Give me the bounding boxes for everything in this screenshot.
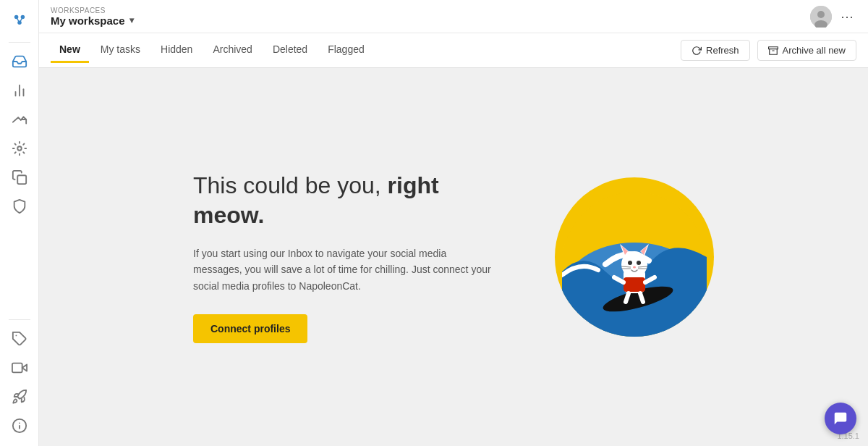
- bar-chart-icon[interactable]: [7, 77, 33, 104]
- empty-body-text: If you start using our Inbox to navigate…: [193, 245, 497, 294]
- svg-point-1: [20, 15, 25, 20]
- chat-bubble-button[interactable]: [825, 403, 856, 434]
- line-chart-icon[interactable]: [7, 106, 33, 132]
- svg-line-38: [626, 293, 629, 302]
- svg-point-35: [633, 266, 636, 268]
- content-area: This could be you, right meow. If you st…: [39, 68, 868, 446]
- inbox-icon[interactable]: [7, 49, 33, 75]
- empty-heading-part1: This could be you,: [193, 172, 388, 198]
- svg-point-15: [817, 11, 825, 18]
- sidebar-divider-top: [9, 42, 30, 43]
- svg-point-6: [17, 146, 22, 151]
- main-area: WORKSPACES My workspace ▾ ⋯ New My tasks…: [39, 0, 868, 446]
- publish-icon[interactable]: [7, 164, 33, 190]
- svg-point-24: [621, 251, 647, 277]
- tab-archived[interactable]: Archived: [204, 38, 260, 63]
- info-icon[interactable]: [7, 413, 33, 439]
- tag-icon[interactable]: [7, 326, 33, 352]
- empty-heading: This could be you, right meow.: [193, 171, 497, 231]
- tab-hidden[interactable]: Hidden: [152, 38, 201, 63]
- tab-deleted[interactable]: Deleted: [264, 38, 316, 63]
- svg-rect-7: [17, 175, 26, 184]
- tab-new[interactable]: New: [51, 38, 89, 63]
- refresh-button[interactable]: Refresh: [681, 40, 750, 61]
- automation-icon[interactable]: [7, 135, 33, 161]
- svg-rect-10: [12, 363, 22, 373]
- workspace-label: WORKSPACES: [51, 7, 810, 14]
- svg-line-39: [640, 293, 643, 302]
- archive-label: Archive all new: [783, 45, 846, 56]
- svg-point-30: [637, 261, 641, 265]
- empty-state: This could be you, right meow. If you st…: [128, 142, 779, 372]
- archive-icon: [768, 46, 778, 56]
- workspace-name: My workspace ▾: [51, 14, 810, 27]
- moderation-icon[interactable]: [7, 193, 33, 219]
- workspace-info: WORKSPACES My workspace ▾: [51, 7, 810, 27]
- header-right: ⋯: [810, 6, 856, 28]
- rocket-icon[interactable]: [7, 384, 33, 410]
- refresh-label: Refresh: [706, 45, 739, 56]
- svg-rect-17: [768, 46, 778, 49]
- svg-point-29: [628, 261, 632, 265]
- sidebar-divider-bottom: [9, 319, 30, 320]
- header: WORKSPACES My workspace ▾ ⋯: [39, 0, 868, 33]
- workspace-chevron-icon[interactable]: ▾: [129, 15, 134, 25]
- header-more-icon[interactable]: ⋯: [838, 6, 856, 28]
- svg-rect-23: [624, 277, 645, 292]
- cat-surfer-illustration: [555, 177, 714, 337]
- svg-marker-9: [22, 364, 26, 371]
- connect-profiles-button[interactable]: Connect profiles: [193, 314, 307, 343]
- refresh-icon: [692, 46, 702, 56]
- logo[interactable]: [7, 7, 33, 33]
- tabs-bar: New My tasks Hidden Archived Deleted Fla…: [39, 33, 868, 68]
- tab-flagged[interactable]: Flagged: [319, 38, 373, 63]
- tab-my-tasks[interactable]: My tasks: [92, 38, 149, 63]
- sidebar: [0, 0, 39, 446]
- video-icon[interactable]: [7, 355, 33, 381]
- chat-icon: [833, 411, 848, 426]
- archive-all-button[interactable]: Archive all new: [757, 40, 856, 61]
- workspace-name-text: My workspace: [51, 14, 125, 27]
- empty-state-text: This could be you, right meow. If you st…: [193, 171, 497, 343]
- avatar[interactable]: [810, 6, 832, 28]
